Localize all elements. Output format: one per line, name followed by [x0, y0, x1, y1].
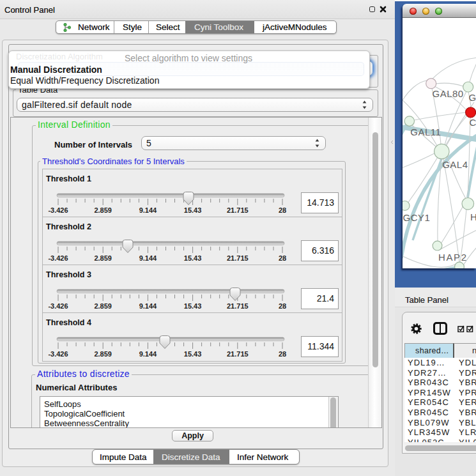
svg-text:C: C	[470, 117, 476, 128]
svg-text:GAL4: GAL4	[442, 159, 468, 170]
svg-text:-3.426: -3.426	[48, 350, 68, 358]
svg-text:15.43: 15.43	[184, 302, 202, 310]
svg-text:GCY1: GCY1	[403, 212, 431, 223]
svg-text:28: 28	[279, 206, 286, 214]
svg-text:28: 28	[279, 302, 286, 310]
svg-text:21.715: 21.715	[227, 302, 249, 310]
svg-text:-3.426: -3.426	[48, 302, 68, 310]
svg-text:GAL11: GAL11	[410, 127, 441, 137]
svg-text:2.859: 2.859	[94, 254, 112, 262]
svg-text:9.144: 9.144	[139, 302, 157, 310]
svg-text:-3.426: -3.426	[48, 254, 68, 262]
svg-text:21.715: 21.715	[227, 206, 249, 214]
svg-text:21.715: 21.715	[227, 254, 249, 262]
svg-text:2.859: 2.859	[94, 350, 112, 358]
svg-text:15.43: 15.43	[184, 254, 202, 262]
svg-text:21.715: 21.715	[227, 350, 249, 358]
svg-text:15.43: 15.43	[184, 206, 202, 214]
svg-text:GAL80: GAL80	[433, 88, 464, 99]
svg-text:-3.426: -3.426	[48, 206, 68, 214]
svg-text:HI: HI	[470, 211, 476, 222]
svg-text:28: 28	[279, 254, 286, 262]
svg-text:2.859: 2.859	[94, 302, 112, 310]
svg-text:GA: GA	[469, 92, 476, 103]
svg-text:15.43: 15.43	[184, 350, 202, 358]
svg-text:9.144: 9.144	[139, 254, 157, 262]
svg-text:2.859: 2.859	[94, 206, 112, 214]
svg-text:HAP2: HAP2	[438, 252, 468, 263]
svg-text:28: 28	[279, 350, 286, 358]
svg-text:9.144: 9.144	[139, 350, 157, 358]
svg-text:9.144: 9.144	[139, 206, 157, 214]
